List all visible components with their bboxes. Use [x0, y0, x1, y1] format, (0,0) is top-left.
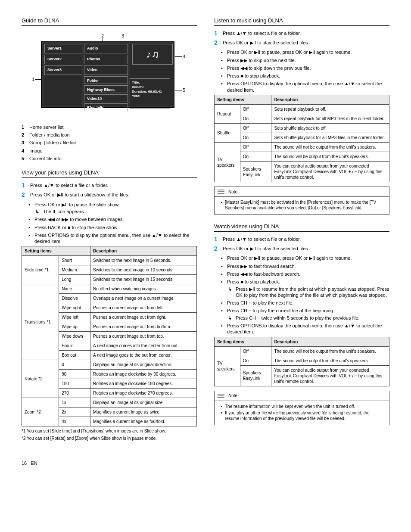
diagram-legend: 1Home server list 2Folder / media icon 3… [22, 124, 197, 162]
page-footer: 16 EN [22, 460, 389, 466]
footnote-2: *2 You can set [Rotate] and [Zoom] when … [22, 436, 197, 441]
listen-heading: Listen to music using DLNA [214, 17, 389, 26]
dlna-diagram: 1 2 3 4 5 Server1 Server2 Server3 Audio … [22, 31, 197, 117]
watch-heading: Watch videos using DLNA [214, 223, 389, 232]
left-column: Guide to DLNA 1 2 3 4 5 Server1 Server2 … [22, 17, 197, 443]
picture-settings-table: Setting itemsDescription Slide time *1Sh… [22, 246, 197, 426]
right-column: Listen to music using DLNA 1Press ▲/▼ to… [214, 17, 389, 443]
note-box-1: Note [Master EasyLink] must be activated… [214, 187, 389, 215]
note-box-2: Note The resume information will be kept… [214, 391, 389, 425]
view-pictures-heading: View your pictures using DLNA [22, 169, 197, 178]
music-settings-table: Setting itemsDescription RepeatOffSets r… [214, 95, 389, 182]
note-icon [217, 189, 225, 195]
guide-heading: Guide to DLNA [22, 17, 197, 26]
note-icon [217, 393, 225, 399]
callout-5: 5 [183, 87, 185, 93]
music-icon: ♪♫ [132, 44, 173, 65]
footnote-1: *1 You can set [Slide time] and [Transit… [22, 428, 197, 434]
video-settings-table: Setting itemsDescription TV speakersOffT… [214, 337, 389, 386]
view-steps: 1Press ▲/▼ to select a file or a folder.… [22, 181, 197, 199]
watch-steps: 1Press ▲/▼ to select a file or a folder.… [214, 235, 389, 252]
listen-steps: 1Press ▲/▼ to select a file or a folder.… [214, 29, 389, 47]
callout-1: 1 [32, 76, 34, 82]
callout-4: 4 [183, 53, 185, 59]
file-info-panel: Title: Album: Duration: 00:03:41 Year: [130, 78, 170, 109]
